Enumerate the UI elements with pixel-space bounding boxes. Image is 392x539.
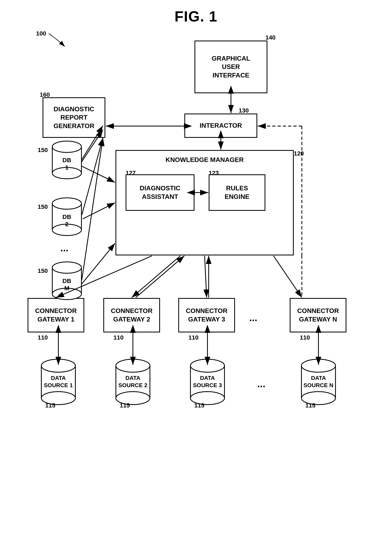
arrow-km-dbm: [82, 243, 115, 284]
svg-rect-18: [41, 366, 75, 398]
svg-text:DB: DB: [62, 278, 71, 284]
ds2-cylinder: DATA SOURCE 2: [116, 359, 150, 404]
ellipsis-dbs: ...: [60, 243, 68, 253]
arrow-km-db2: [83, 203, 115, 219]
diagnostic-report-generator-box: DIAGNOSTICREPORTGENERATOR: [43, 97, 105, 138]
connector-gateway-n-label: CONNECTORGATEWAY N: [297, 307, 339, 323]
rules-engine-label: RULESENGINE: [225, 184, 250, 201]
svg-text:DATA: DATA: [125, 375, 140, 381]
connector-gateway-2-box: CONNECTORGATEWAY 2: [103, 298, 160, 332]
arrow-db1-km: [82, 166, 115, 183]
svg-text:SOURCE N: SOURCE N: [303, 382, 334, 388]
ref-100: 100: [36, 30, 46, 37]
svg-text:SOURCE 3: SOURCE 3: [193, 382, 222, 388]
rules-engine-box: RULESENGINE: [209, 174, 265, 211]
svg-point-34: [301, 359, 335, 372]
svg-text:DB: DB: [62, 157, 71, 163]
svg-point-25: [116, 392, 150, 404]
knowledge-manager-label: KNOWLEDGE MANAGER: [166, 156, 244, 164]
connector-gateway-1-box: CONNECTORGATEWAY 1: [28, 298, 84, 332]
svg-point-30: [191, 392, 225, 404]
svg-rect-33: [301, 366, 335, 398]
db2-cylinder: DB 2: [52, 198, 81, 236]
ref-140: 140: [265, 34, 276, 41]
diagram: FIG. 1 100 GRAPHICALUSERINTERFACE 140 IN…: [0, 0, 392, 539]
svg-text:DATA: DATA: [200, 375, 215, 381]
ref-115-2: 115: [120, 402, 130, 409]
ref-110-1: 110: [38, 334, 48, 341]
interactor-label: INTERACTOR: [200, 121, 242, 130]
ref-115-4: 115: [305, 402, 316, 409]
interactor-box: INTERACTOR: [184, 114, 257, 138]
arrow-km-cg1: [56, 256, 152, 298]
svg-point-24: [116, 359, 150, 372]
figure-title: FIG. 1: [174, 8, 217, 25]
svg-text:DATA: DATA: [311, 375, 326, 381]
arrow-db2-drg: [82, 138, 103, 215]
gui-box: GRAPHICALUSERINTERFACE: [195, 41, 268, 93]
svg-text:SOURCE 1: SOURCE 1: [44, 382, 73, 388]
dbm-cylinder: DB M: [52, 262, 81, 300]
gui-label: GRAPHICALUSERINTERFACE: [212, 54, 250, 80]
connector-gateway-3-label: CONNECTORGATEWAY 3: [186, 307, 228, 323]
ref-127: 127: [126, 169, 136, 176]
ds1-cylinder: DATA SOURCE 1: [41, 359, 75, 404]
arrow-dbm-drg: [82, 138, 103, 280]
svg-point-9: [52, 198, 81, 209]
svg-point-19: [41, 359, 75, 372]
db1-cylinder: DB 1: [52, 141, 81, 179]
svg-rect-23: [116, 366, 150, 398]
ref-110-4: 110: [300, 334, 310, 341]
arrow-km-cgn: [273, 256, 302, 298]
ref-110-2: 110: [114, 334, 124, 341]
svg-point-20: [41, 392, 75, 404]
svg-text:DB: DB: [62, 213, 71, 220]
svg-text:M: M: [64, 285, 69, 292]
ref-150-1: 150: [38, 147, 48, 153]
svg-rect-13: [52, 268, 81, 294]
arrow-km-cg3: [205, 256, 207, 298]
svg-text:SOURCE 2: SOURCE 2: [118, 382, 147, 388]
connector-gateway-3-box: CONNECTORGATEWAY 3: [178, 298, 235, 332]
svg-text:1: 1: [65, 164, 69, 171]
ref-120: 120: [294, 150, 304, 157]
ellipsis-datasources: ...: [257, 378, 265, 389]
svg-rect-3: [52, 147, 81, 173]
ref-123: 123: [209, 169, 219, 176]
ellipsis-gateways: ...: [249, 312, 257, 323]
ref-160: 160: [40, 91, 50, 98]
svg-text:2: 2: [65, 221, 69, 227]
diagnostic-report-generator-label: DIAGNOSTICREPORTGENERATOR: [53, 105, 94, 130]
svg-text:DATA: DATA: [51, 375, 66, 381]
svg-point-14: [52, 262, 81, 273]
ref-130: 130: [239, 107, 249, 114]
ref-150-3: 150: [38, 267, 48, 274]
svg-rect-28: [191, 366, 225, 398]
svg-point-10: [52, 224, 81, 236]
ref-115-1: 115: [45, 402, 55, 409]
ref-110-3: 110: [188, 334, 199, 341]
ref-150-2: 150: [38, 203, 48, 210]
svg-point-29: [191, 359, 225, 372]
arrow-ref100: [49, 34, 65, 47]
svg-point-5: [52, 168, 81, 179]
svg-rect-8: [52, 203, 81, 230]
diagnostic-assistant-box: DIAGNOSTICASSISTANT: [126, 174, 195, 211]
dsn-cylinder: DATA SOURCE N: [301, 359, 335, 404]
svg-point-35: [301, 392, 335, 404]
arrow-cg2-km: [136, 256, 184, 298]
ds3-cylinder: DATA SOURCE 3: [191, 359, 225, 404]
connector-gateway-1-label: CONNECTORGATEWAY 1: [35, 307, 77, 323]
connector-gateway-2-label: CONNECTORGATEWAY 2: [111, 307, 153, 323]
ref-115-3: 115: [194, 402, 204, 409]
diagnostic-assistant-label: DIAGNOSTICASSISTANT: [140, 184, 181, 201]
arrow-km-cg2: [132, 256, 180, 298]
svg-point-4: [52, 141, 81, 152]
connector-gateway-n-box: CONNECTORGATEWAY N: [290, 298, 346, 332]
